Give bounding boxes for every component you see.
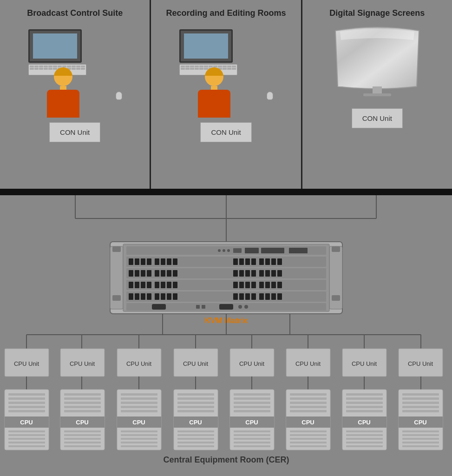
bottom-section: KVM Matrix CPU Unit CPU U <box>0 195 452 469</box>
person-recording <box>198 67 230 118</box>
svg-rect-186 <box>177 445 214 447</box>
svg-rect-72 <box>129 293 133 300</box>
svg-rect-81 <box>239 293 244 300</box>
svg-rect-179 <box>177 410 214 412</box>
svg-rect-19 <box>289 248 308 253</box>
svg-rect-224 <box>346 442 383 443</box>
svg-rect-82 <box>245 293 250 300</box>
room-recording: Recording and Editing Rooms <box>151 0 302 189</box>
svg-rect-160 <box>64 445 101 447</box>
svg-rect-147 <box>8 445 45 447</box>
svg-rect-90 <box>219 304 233 310</box>
svg-rect-195 <box>234 430 270 432</box>
svg-text:CPU Unit: CPU Unit <box>126 360 152 367</box>
svg-rect-171 <box>121 438 157 440</box>
room-broadcast: Broadcast Control Suite <box>0 0 151 189</box>
svg-rect-163 <box>121 397 157 400</box>
svg-text:CPU: CPU <box>132 419 145 426</box>
svg-rect-204 <box>290 406 327 408</box>
svg-rect-98 <box>332 295 340 301</box>
svg-rect-58 <box>147 282 151 288</box>
cpu-tower-4: CPU <box>174 390 218 450</box>
svg-rect-56 <box>135 282 139 288</box>
svg-rect-188 <box>234 393 270 396</box>
svg-rect-183 <box>177 434 214 436</box>
svg-rect-212 <box>290 445 327 447</box>
svg-rect-202 <box>290 397 327 400</box>
svg-rect-77 <box>161 293 165 300</box>
svg-rect-144 <box>8 434 45 436</box>
cpu-tower-3: CPU <box>117 390 161 450</box>
svg-rect-76 <box>155 293 159 300</box>
svg-rect-59 <box>155 282 159 288</box>
svg-rect-68 <box>265 282 270 288</box>
svg-rect-92 <box>202 305 205 309</box>
con-unit-recording: CON Unit <box>200 122 251 142</box>
svg-rect-89 <box>152 304 166 310</box>
svg-rect-177 <box>177 402 214 404</box>
svg-rect-96 <box>112 295 121 301</box>
room-signage: Digital Signage Screens <box>302 0 452 189</box>
svg-text:CPU Unit: CPU Unit <box>183 360 209 367</box>
svg-rect-146 <box>8 442 45 443</box>
svg-rect-75 <box>147 293 151 300</box>
svg-rect-205 <box>290 410 327 412</box>
svg-rect-173 <box>121 445 157 447</box>
svg-rect-79 <box>173 293 177 300</box>
svg-rect-27 <box>167 258 171 265</box>
svg-rect-43 <box>161 270 165 277</box>
svg-rect-182 <box>177 430 214 432</box>
svg-rect-138 <box>8 402 45 404</box>
cpu-tower-1: CPU <box>5 390 49 450</box>
svg-rect-175 <box>177 393 214 396</box>
svg-rect-225 <box>346 445 383 447</box>
svg-rect-63 <box>233 282 238 288</box>
svg-rect-86 <box>271 293 276 300</box>
svg-rect-237 <box>402 442 439 443</box>
svg-rect-95 <box>112 246 121 252</box>
svg-rect-35 <box>271 258 276 265</box>
room-broadcast-title: Broadcast Control Suite <box>27 8 123 18</box>
svg-rect-158 <box>64 438 101 440</box>
svg-rect-46 <box>233 270 238 277</box>
svg-rect-85 <box>265 293 270 300</box>
svg-rect-153 <box>64 410 101 412</box>
svg-rect-64 <box>239 282 244 288</box>
black-divider <box>0 189 452 195</box>
svg-rect-33 <box>259 258 264 265</box>
svg-rect-50 <box>259 270 264 277</box>
svg-rect-210 <box>290 438 327 440</box>
svg-text:CPU Unit: CPU Unit <box>295 360 321 367</box>
svg-rect-42 <box>155 270 159 277</box>
cer-label: Central Equipment Room (CER) <box>163 455 289 464</box>
cpu-tower-7: CPU <box>342 390 386 450</box>
svg-rect-16 <box>233 248 242 253</box>
svg-rect-34 <box>265 258 270 265</box>
svg-rect-17 <box>245 248 259 253</box>
con-unit-broadcast: CON Unit <box>49 122 100 142</box>
room-recording-title: Recording and Editing Rooms <box>166 8 286 18</box>
svg-rect-61 <box>167 282 171 288</box>
svg-rect-39 <box>135 270 139 277</box>
svg-rect-84 <box>259 293 264 300</box>
recording-scene <box>175 25 277 118</box>
svg-rect-214 <box>346 393 383 396</box>
svg-rect-53 <box>277 270 282 277</box>
svg-rect-140 <box>8 410 45 412</box>
svg-rect-217 <box>346 406 383 408</box>
room-signage-title: Digital Signage Screens <box>329 8 425 18</box>
svg-rect-172 <box>121 442 157 443</box>
svg-text:CPU: CPU <box>358 419 370 426</box>
svg-rect-48 <box>245 270 250 277</box>
svg-rect-222 <box>346 434 383 436</box>
svg-rect-29 <box>233 258 238 265</box>
svg-text:CPU Unit: CPU Unit <box>408 360 433 367</box>
svg-rect-165 <box>121 406 157 408</box>
svg-rect-137 <box>8 397 45 400</box>
svg-rect-218 <box>346 410 383 412</box>
svg-rect-31 <box>245 258 250 265</box>
svg-rect-196 <box>234 434 270 436</box>
mouse-broadcast <box>116 92 122 100</box>
svg-rect-164 <box>121 402 157 404</box>
svg-text:CPU Unit: CPU Unit <box>239 360 265 367</box>
